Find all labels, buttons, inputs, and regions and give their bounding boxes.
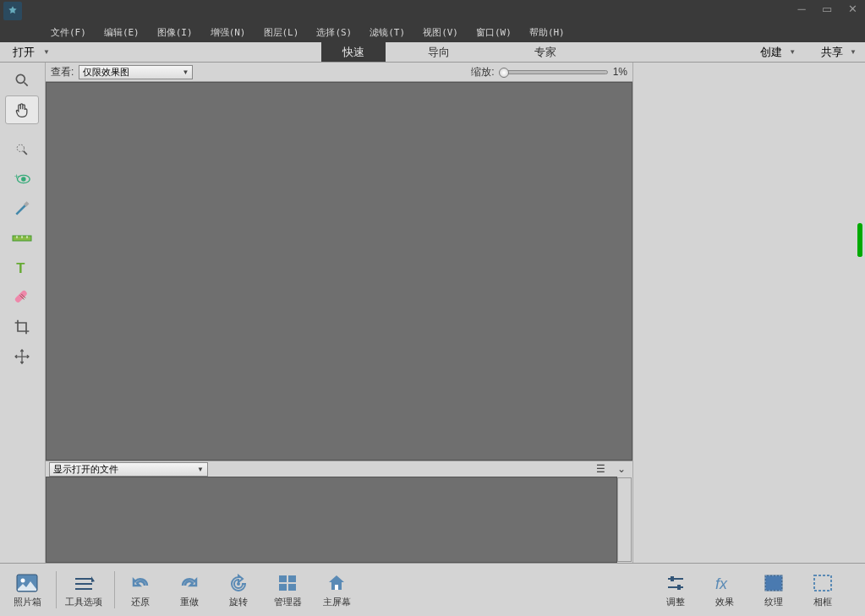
svg-rect-24 (288, 575, 296, 582)
redo-label: 重做 (180, 596, 199, 608)
modebar: 打开 ▼ 快速 导向 专家 创建 ▼ 共享 ▼ (0, 42, 865, 63)
menu-select[interactable]: 选择(S) (308, 24, 360, 41)
adjust-label: 调整 (666, 596, 685, 608)
rotate-button[interactable]: 旋转 (222, 572, 255, 608)
chevron-down-icon: ▼ (43, 48, 50, 56)
home-label: 主屏幕 (323, 596, 351, 608)
center-panel: 查看: 仅限效果图 ▼ 缩放: 1% 显示打开的文件 ▼ ☰ ⌄ (46, 63, 632, 563)
svg-point-2 (17, 144, 24, 151)
chevron-down-icon: ▼ (197, 466, 204, 473)
photobin-label: 照片箱 (14, 596, 41, 608)
redo-button[interactable]: 重做 (172, 572, 206, 608)
menu-help[interactable]: 帮助(H) (521, 24, 573, 41)
svg-text:fx: fx (715, 575, 728, 592)
svg-point-6 (21, 177, 26, 182)
minimize-button[interactable]: ─ (789, 0, 814, 18)
hand-tool[interactable] (5, 95, 39, 124)
svg-line-3 (24, 151, 27, 155)
action-buttons: 创建 ▼ 共享 ▼ (760, 42, 857, 62)
svg-rect-29 (671, 576, 674, 581)
zoom-label: 缩放: (471, 65, 494, 79)
quick-select-tool[interactable] (5, 135, 39, 164)
window-controls: ─ ▭ ✕ (789, 0, 865, 18)
tab-expert[interactable]: 专家 (513, 42, 578, 62)
svg-line-7 (16, 204, 26, 215)
menu-image[interactable]: 图像(I) (149, 24, 201, 41)
move-tool[interactable] (5, 342, 39, 371)
organizer-label: 管理器 (274, 596, 302, 608)
healing-tool[interactable] (5, 283, 39, 312)
undo-label: 还原 (131, 596, 150, 608)
home-button[interactable]: 主屏幕 (320, 572, 353, 608)
list-icon[interactable]: ☰ (596, 463, 605, 475)
menu-layer[interactable]: 图层(L) (255, 24, 308, 41)
share-label: 共享 (821, 45, 843, 60)
chevron-down-icon: ▼ (789, 48, 796, 56)
svg-line-1 (25, 83, 28, 86)
organizer-button[interactable]: 管理器 (271, 572, 304, 608)
menu-view[interactable]: 视图(V) (414, 24, 467, 41)
options-bar: 查看: 仅限效果图 ▼ 缩放: 1% (46, 63, 632, 82)
menubar: 文件(F) 编辑(E) 图像(I) 增强(N) 图层(L) 选择(S) 滤镜(T… (0, 22, 865, 42)
main-area: + T 查看: 仅限效果图 ▼ 缩放: 1% 显示打开的文件 ▼ (0, 63, 865, 563)
share-button[interactable]: 共享 ▼ (821, 45, 857, 60)
open-label: 打开 (13, 45, 35, 60)
view-label: 查看: (51, 65, 74, 79)
textures-button[interactable]: 纹理 (757, 572, 791, 608)
menu-window[interactable]: 窗口(W) (468, 24, 520, 41)
svg-rect-25 (279, 584, 287, 591)
collapse-icon[interactable]: ⌄ (617, 463, 626, 475)
close-button[interactable]: ✕ (840, 0, 865, 18)
separator (114, 571, 115, 608)
frames-button[interactable]: 相框 (806, 572, 840, 608)
openfiles-dropdown[interactable]: 显示打开的文件 ▼ (49, 462, 208, 477)
canvas-area[interactable] (46, 82, 632, 461)
create-label: 创建 (760, 45, 782, 60)
textures-label: 纹理 (764, 596, 783, 608)
tab-guide[interactable]: 导向 (407, 42, 471, 62)
app-logo (3, 2, 22, 20)
scrollbar[interactable] (617, 477, 632, 562)
view-dropdown-value: 仅限效果图 (83, 66, 129, 79)
text-tool[interactable]: T (5, 253, 39, 282)
straighten-tool[interactable] (5, 224, 39, 253)
rotate-label: 旋转 (229, 596, 248, 608)
svg-rect-35 (814, 575, 831, 591)
menu-filter[interactable]: 滤镜(T) (361, 24, 413, 41)
svg-rect-23 (279, 575, 287, 582)
openfiles-label: 显示打开的文件 (53, 463, 118, 476)
view-dropdown[interactable]: 仅限效果图 ▼ (79, 65, 193, 79)
svg-rect-31 (677, 585, 681, 590)
svg-rect-27 (335, 585, 338, 590)
adjust-button[interactable]: 调整 (659, 572, 693, 608)
chevron-down-icon: ▼ (850, 48, 857, 56)
panel-scrollbar[interactable] (857, 223, 862, 257)
menu-file[interactable]: 文件(F) (42, 24, 95, 41)
crop-tool[interactable] (5, 313, 39, 341)
tooloptions-button[interactable]: 工具选项 (65, 572, 102, 608)
undo-button[interactable]: 还原 (123, 572, 157, 608)
chevron-down-icon: ▼ (182, 68, 189, 76)
tab-quick[interactable]: 快速 (321, 42, 386, 62)
menu-edit[interactable]: 编辑(E) (96, 24, 148, 41)
svg-point-22 (237, 582, 240, 586)
svg-point-18 (21, 578, 25, 582)
bottom-bar: 照片箱 工具选项 还原 重做 旋转 管理器 主屏幕 调整 fx 效果 纹理 相框 (0, 563, 865, 616)
photobin-button[interactable]: 照片箱 (10, 572, 44, 608)
svg-rect-26 (288, 584, 296, 591)
maximize-button[interactable]: ▭ (814, 0, 840, 18)
svg-point-0 (16, 74, 25, 83)
separator (56, 571, 57, 608)
zoom-tool[interactable] (5, 66, 39, 95)
create-button[interactable]: 创建 ▼ (760, 45, 796, 60)
workspace-tabs: 快速 导向 专家 (321, 42, 578, 62)
effects-label: 效果 (715, 596, 734, 608)
redeye-tool[interactable]: + (5, 165, 39, 194)
effects-button[interactable]: fx 效果 (708, 572, 742, 608)
menu-enhance[interactable]: 增强(N) (202, 24, 255, 41)
zoom-slider[interactable] (500, 70, 608, 74)
photobin-panel[interactable] (46, 477, 617, 563)
open-button[interactable]: 打开 ▼ (0, 42, 63, 62)
slider-thumb[interactable] (499, 68, 509, 78)
whiten-tool[interactable] (5, 194, 39, 223)
